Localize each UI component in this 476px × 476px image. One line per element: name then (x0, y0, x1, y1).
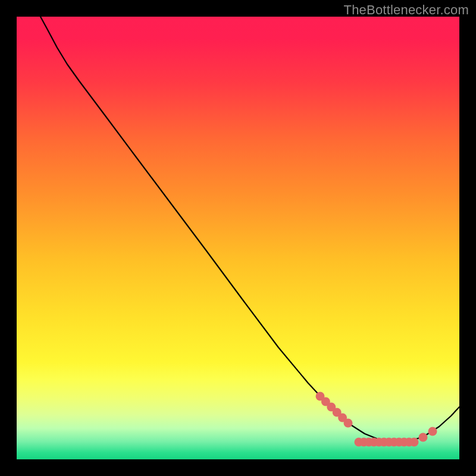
gradient-background (17, 17, 459, 459)
highlight-dot (419, 433, 428, 442)
chart-stage: TheBottlenecker.com (0, 0, 476, 476)
watermark-text: TheBottlenecker.com (344, 2, 469, 18)
highlight-dot (428, 427, 437, 436)
plot-area (17, 17, 459, 459)
chart-svg (17, 17, 459, 459)
highlight-dot (344, 419, 353, 428)
highlight-dot (410, 438, 419, 447)
